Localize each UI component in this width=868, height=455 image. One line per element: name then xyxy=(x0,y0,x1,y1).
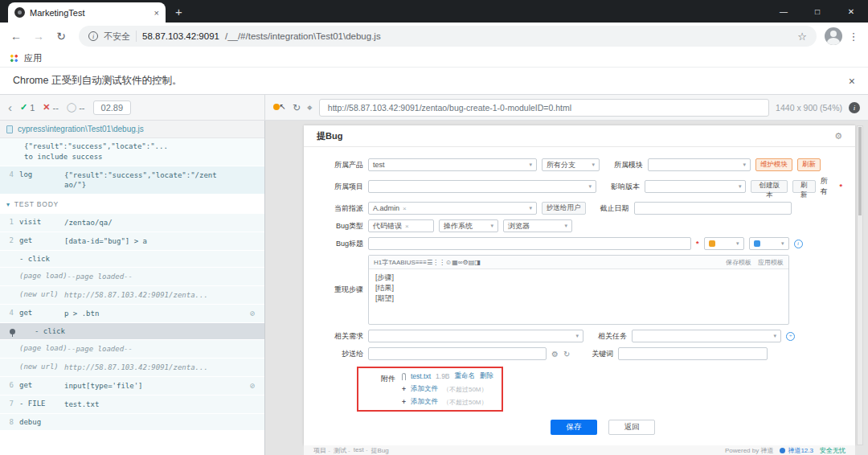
crosshair-icon[interactable]: ⌖ xyxy=(307,102,313,113)
url-host: 58.87.103.42:9091 xyxy=(142,31,219,41)
address-bar[interactable]: i 不安全 58.87.103.42:9091/__/#/tests/integ… xyxy=(79,26,817,47)
editor-line: [结果] xyxy=(375,283,782,293)
help-icon[interactable]: i xyxy=(794,240,803,248)
editor-content[interactable]: [步骤][结果][期望] xyxy=(369,269,788,324)
back-button[interactable]: 返回 xyxy=(608,420,655,435)
back-button[interactable]: ← xyxy=(6,30,26,43)
command-row-file[interactable]: 7 - FILE test.txt xyxy=(0,396,264,414)
collapse-reporter-icon[interactable]: ‹ xyxy=(8,100,12,114)
page-scrollbar[interactable] xyxy=(857,125,863,445)
product-select[interactable]: test ▾ xyxy=(368,158,537,171)
file-name[interactable]: test.txt xyxy=(411,372,431,380)
module-select[interactable]: ▾ xyxy=(648,158,751,171)
task-select[interactable]: ▾ xyxy=(632,330,781,342)
link-task-icon[interactable]: + xyxy=(786,332,795,341)
scrollbar-thumb[interactable] xyxy=(858,127,862,215)
clear-icon[interactable]: × xyxy=(403,205,407,212)
keywords-input[interactable] xyxy=(618,347,768,360)
log-command-row[interactable]: 4 log {"result":"success","locate":"/zen… xyxy=(0,166,264,195)
apply-template-link[interactable]: 应用模板 xyxy=(758,258,784,267)
story-select[interactable]: ▾ xyxy=(368,330,583,342)
add-file-link[interactable]: 添加文件 xyxy=(411,397,438,407)
assigned-to-select[interactable]: A.admin × ▾ xyxy=(368,202,537,215)
save-button[interactable]: 保存 xyxy=(551,420,597,435)
delete-file-link[interactable]: 删除 xyxy=(480,371,493,381)
viewport-info-icon[interactable]: i xyxy=(849,102,860,113)
command-row-get[interactable]: 4 get p > .btn ⊘ xyxy=(0,305,264,323)
priority-select[interactable]: ▾ xyxy=(749,237,789,250)
rename-file-link[interactable]: 重命名 xyxy=(455,371,476,381)
mailto-settings-icon[interactable]: ⚙ xyxy=(551,350,559,359)
bug-type-label: Bug类型 xyxy=(317,221,363,232)
mailto-users-button[interactable]: 抄送给用户 xyxy=(542,202,586,215)
command-row-debug[interactable]: 8 debug xyxy=(0,414,264,431)
assert-message[interactable]: {"result":"success","locate":"... to inc… xyxy=(0,138,264,166)
gear-icon[interactable]: ⚙ xyxy=(834,131,842,141)
event-row-page-load[interactable]: (page load) --page loaded-- xyxy=(0,268,264,286)
refresh-module-button[interactable]: 刷新 xyxy=(797,158,821,171)
browser-select[interactable]: 浏览器 ▾ xyxy=(503,219,572,232)
pin-icon xyxy=(10,329,15,334)
bug-title-input[interactable] xyxy=(368,237,691,250)
bookmark-star-icon[interactable]: ☆ xyxy=(797,31,807,43)
footer-extra-link[interactable]: 安全无忧 xyxy=(820,446,845,455)
version-select[interactable]: ▾ xyxy=(645,180,746,193)
mailto-refresh-icon[interactable]: ↻ xyxy=(563,350,570,359)
zentao-version-link[interactable]: 禅道12.3 xyxy=(780,446,813,455)
site-info-icon[interactable]: i xyxy=(88,31,98,41)
manage-module-button[interactable]: 维护模块 xyxy=(755,158,792,171)
apps-label[interactable]: 应用 xyxy=(24,52,42,64)
deadline-input[interactable] xyxy=(634,202,792,215)
profile-avatar[interactable] xyxy=(825,27,842,45)
task-label: 相关任务 xyxy=(588,331,627,342)
url-path: /__/#/tests/integration\Test01\debug.js xyxy=(225,31,381,41)
severity-select[interactable]: ▾ xyxy=(704,237,744,250)
steps-editor[interactable]: H1字TAABIUS≡≡≡☰⋮⋮☺▦∞⚙▤◨ 保存模板 应用模板 [步骤][结果… xyxy=(368,255,789,325)
add-file-link[interactable]: 添加文件 xyxy=(411,384,438,394)
test-body-section[interactable]: ▾ TEST BODY xyxy=(0,195,264,214)
branch-select[interactable]: 所有分支 ▾ xyxy=(542,158,600,171)
event-row-new-url[interactable]: (new url) http://58.87.103.42:9091/zenta… xyxy=(0,286,264,305)
editor-tool-icon[interactable]: H1字TAABIUS≡≡≡☰⋮⋮☺▦∞⚙▤◨ xyxy=(374,258,481,267)
page-header: 提Bug ⚙ xyxy=(304,125,855,147)
project-select[interactable]: ▾ xyxy=(368,180,596,193)
spec-path: cypress\integration\Test01\debug.js xyxy=(18,125,144,133)
new-tab-button[interactable]: + xyxy=(175,5,182,18)
command-row-get[interactable]: 6 get input[type='file'] ⊘ xyxy=(0,377,264,396)
bug-type-select[interactable]: 代码错误 × xyxy=(368,219,434,232)
clear-icon[interactable]: × xyxy=(405,223,409,230)
chrome-menu-icon[interactable]: ⋮ xyxy=(845,31,862,43)
spec-header[interactable]: cypress\integration\Test01\debug.js xyxy=(0,121,264,138)
refresh-build-button[interactable]: 刷新 xyxy=(792,180,816,193)
module-label: 所属模块 xyxy=(604,160,643,170)
command-row-get[interactable]: 2 get [data-id="bug"] > a xyxy=(0,232,264,251)
forward-button[interactable]: → xyxy=(29,30,48,43)
save-template-link[interactable]: 保存模板 xyxy=(726,258,751,267)
notice-close-icon[interactable]: × xyxy=(849,75,855,88)
editor-line: [期望] xyxy=(375,293,782,304)
command-row-click[interactable]: - click xyxy=(0,251,264,268)
tab-close-icon[interactable]: × xyxy=(154,8,159,18)
os-select[interactable]: 操作系统 ▾ xyxy=(439,219,498,232)
browser-tab[interactable]: MarketingTest × xyxy=(8,2,166,23)
close-button[interactable]: ✕ xyxy=(834,0,868,23)
breadcrumb[interactable]: 项目测试test提Bug xyxy=(313,446,389,455)
maximize-button[interactable]: □ xyxy=(800,0,834,23)
aut-url-bar[interactable]: http://58.87.103.42:9091/zentao/bug-crea… xyxy=(319,99,769,117)
apps-grid-icon[interactable] xyxy=(10,54,18,63)
restart-tests-icon[interactable]: ↻ xyxy=(293,102,301,113)
add-file-row[interactable]: + 添加文件 （不超过50M） xyxy=(402,384,493,394)
plus-icon: + xyxy=(402,385,406,393)
command-row-click-pinned[interactable]: - click xyxy=(0,323,264,340)
mailto-input[interactable] xyxy=(368,347,547,360)
event-row-new-url[interactable]: (new url) http://58.87.103.42:9091/zenta… xyxy=(0,359,264,377)
minimize-button[interactable]: — xyxy=(767,0,800,23)
all-versions-label[interactable]: 所有 xyxy=(821,176,835,197)
create-build-button[interactable]: 创建版本 xyxy=(751,180,788,193)
command-row-visit[interactable]: 1 visit /zentao/qa/ xyxy=(0,214,264,232)
selector-playground-icon[interactable]: ↖ xyxy=(273,102,286,113)
reload-button[interactable]: ↻ xyxy=(51,30,71,43)
add-file-row[interactable]: + 添加文件 （不超过50M） xyxy=(402,397,493,407)
event-row-page-load[interactable]: (page load) --page loaded-- xyxy=(0,340,264,359)
powered-by: Powered by 禅道 xyxy=(725,446,773,455)
